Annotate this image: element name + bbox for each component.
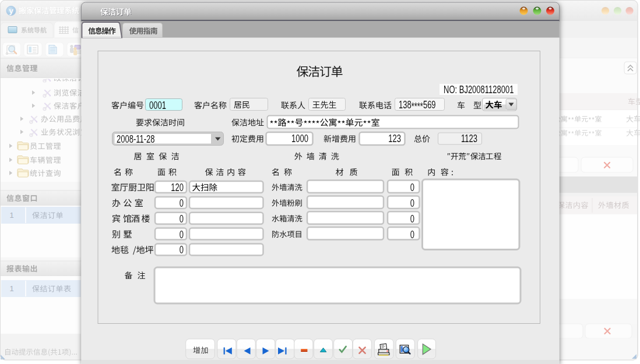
svg-text:0: 0	[180, 244, 184, 255]
svg-text:1123: 1123	[461, 133, 477, 144]
svg-text:0001: 0001	[149, 100, 166, 111]
svg-text:0: 0	[180, 229, 184, 240]
svg-text:0: 0	[410, 229, 414, 240]
svg-text:1: 1	[9, 211, 13, 220]
svg-text:0: 0	[180, 197, 184, 208]
svg-text:0: 0	[410, 213, 414, 224]
svg-text:0: 0	[410, 182, 414, 193]
svg-text:2008-11-28: 2008-11-28	[117, 133, 155, 144]
svg-text:120: 120	[171, 182, 184, 193]
svg-text:1: 1	[9, 284, 13, 293]
svg-text:0: 0	[180, 213, 184, 224]
svg-text:NO: BJ20081128001: NO: BJ20081128001	[444, 84, 514, 95]
svg-text:0: 0	[410, 197, 414, 208]
svg-text:y: y	[9, 6, 13, 15]
svg-text:123: 123	[388, 133, 401, 144]
svg-text:1000: 1000	[291, 133, 308, 144]
